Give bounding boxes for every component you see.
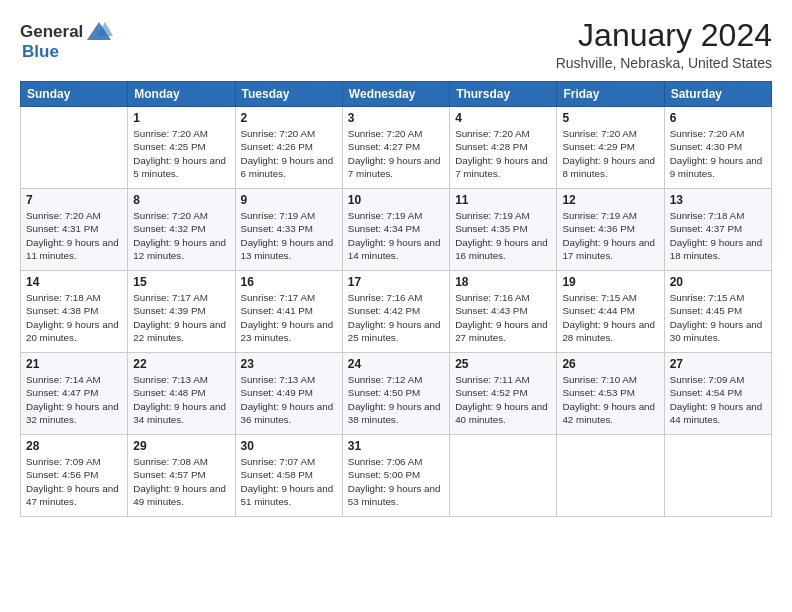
table-row: 31Sunrise: 7:06 AMSunset: 5:00 PMDayligh… — [342, 435, 449, 517]
day-info: Sunrise: 7:16 AMSunset: 4:42 PMDaylight:… — [348, 291, 444, 344]
table-row: 2Sunrise: 7:20 AMSunset: 4:26 PMDaylight… — [235, 107, 342, 189]
table-row: 26Sunrise: 7:10 AMSunset: 4:53 PMDayligh… — [557, 353, 664, 435]
day-info: Sunrise: 7:20 AMSunset: 4:29 PMDaylight:… — [562, 127, 658, 180]
table-row: 28Sunrise: 7:09 AMSunset: 4:56 PMDayligh… — [21, 435, 128, 517]
day-number: 5 — [562, 111, 658, 125]
day-number: 27 — [670, 357, 766, 371]
table-row: 14Sunrise: 7:18 AMSunset: 4:38 PMDayligh… — [21, 271, 128, 353]
day-info: Sunrise: 7:20 AMSunset: 4:31 PMDaylight:… — [26, 209, 122, 262]
day-info: Sunrise: 7:19 AMSunset: 4:36 PMDaylight:… — [562, 209, 658, 262]
day-number: 23 — [241, 357, 337, 371]
calendar-week-row: 7Sunrise: 7:20 AMSunset: 4:31 PMDaylight… — [21, 189, 772, 271]
day-info: Sunrise: 7:19 AMSunset: 4:33 PMDaylight:… — [241, 209, 337, 262]
table-row: 13Sunrise: 7:18 AMSunset: 4:37 PMDayligh… — [664, 189, 771, 271]
day-number: 20 — [670, 275, 766, 289]
table-row: 12Sunrise: 7:19 AMSunset: 4:36 PMDayligh… — [557, 189, 664, 271]
day-info: Sunrise: 7:15 AMSunset: 4:45 PMDaylight:… — [670, 291, 766, 344]
day-info: Sunrise: 7:19 AMSunset: 4:34 PMDaylight:… — [348, 209, 444, 262]
day-number: 1 — [133, 111, 229, 125]
header-sunday: Sunday — [21, 82, 128, 107]
day-number: 3 — [348, 111, 444, 125]
day-number: 15 — [133, 275, 229, 289]
day-number: 29 — [133, 439, 229, 453]
day-info: Sunrise: 7:13 AMSunset: 4:49 PMDaylight:… — [241, 373, 337, 426]
table-row: 4Sunrise: 7:20 AMSunset: 4:28 PMDaylight… — [450, 107, 557, 189]
day-info: Sunrise: 7:18 AMSunset: 4:37 PMDaylight:… — [670, 209, 766, 262]
table-row: 27Sunrise: 7:09 AMSunset: 4:54 PMDayligh… — [664, 353, 771, 435]
table-row: 5Sunrise: 7:20 AMSunset: 4:29 PMDaylight… — [557, 107, 664, 189]
table-row: 17Sunrise: 7:16 AMSunset: 4:42 PMDayligh… — [342, 271, 449, 353]
table-row: 3Sunrise: 7:20 AMSunset: 4:27 PMDaylight… — [342, 107, 449, 189]
day-info: Sunrise: 7:10 AMSunset: 4:53 PMDaylight:… — [562, 373, 658, 426]
day-info: Sunrise: 7:08 AMSunset: 4:57 PMDaylight:… — [133, 455, 229, 508]
table-row: 22Sunrise: 7:13 AMSunset: 4:48 PMDayligh… — [128, 353, 235, 435]
calendar-page: General Blue January 2024 Rushville, Neb… — [0, 0, 792, 612]
table-row: 24Sunrise: 7:12 AMSunset: 4:50 PMDayligh… — [342, 353, 449, 435]
title-area: January 2024 Rushville, Nebraska, United… — [556, 18, 772, 71]
day-number: 2 — [241, 111, 337, 125]
table-row: 21Sunrise: 7:14 AMSunset: 4:47 PMDayligh… — [21, 353, 128, 435]
day-number: 18 — [455, 275, 551, 289]
day-info: Sunrise: 7:14 AMSunset: 4:47 PMDaylight:… — [26, 373, 122, 426]
day-info: Sunrise: 7:06 AMSunset: 5:00 PMDaylight:… — [348, 455, 444, 508]
day-number: 11 — [455, 193, 551, 207]
logo: General Blue — [20, 18, 113, 62]
table-row: 23Sunrise: 7:13 AMSunset: 4:49 PMDayligh… — [235, 353, 342, 435]
calendar-week-row: 14Sunrise: 7:18 AMSunset: 4:38 PMDayligh… — [21, 271, 772, 353]
header-thursday: Thursday — [450, 82, 557, 107]
day-info: Sunrise: 7:17 AMSunset: 4:39 PMDaylight:… — [133, 291, 229, 344]
calendar-week-row: 21Sunrise: 7:14 AMSunset: 4:47 PMDayligh… — [21, 353, 772, 435]
table-row: 20Sunrise: 7:15 AMSunset: 4:45 PMDayligh… — [664, 271, 771, 353]
header-friday: Friday — [557, 82, 664, 107]
table-row — [21, 107, 128, 189]
day-info: Sunrise: 7:20 AMSunset: 4:25 PMDaylight:… — [133, 127, 229, 180]
day-number: 10 — [348, 193, 444, 207]
day-info: Sunrise: 7:09 AMSunset: 4:56 PMDaylight:… — [26, 455, 122, 508]
day-number: 30 — [241, 439, 337, 453]
calendar-week-row: 28Sunrise: 7:09 AMSunset: 4:56 PMDayligh… — [21, 435, 772, 517]
calendar-table: Sunday Monday Tuesday Wednesday Thursday… — [20, 81, 772, 517]
header-saturday: Saturday — [664, 82, 771, 107]
day-info: Sunrise: 7:15 AMSunset: 4:44 PMDaylight:… — [562, 291, 658, 344]
header: General Blue January 2024 Rushville, Neb… — [20, 18, 772, 71]
day-info: Sunrise: 7:09 AMSunset: 4:54 PMDaylight:… — [670, 373, 766, 426]
day-info: Sunrise: 7:17 AMSunset: 4:41 PMDaylight:… — [241, 291, 337, 344]
table-row: 11Sunrise: 7:19 AMSunset: 4:35 PMDayligh… — [450, 189, 557, 271]
day-number: 26 — [562, 357, 658, 371]
day-info: Sunrise: 7:11 AMSunset: 4:52 PMDaylight:… — [455, 373, 551, 426]
day-info: Sunrise: 7:20 AMSunset: 4:32 PMDaylight:… — [133, 209, 229, 262]
table-row — [557, 435, 664, 517]
logo-general-text: General — [20, 22, 83, 42]
table-row: 19Sunrise: 7:15 AMSunset: 4:44 PMDayligh… — [557, 271, 664, 353]
table-row — [664, 435, 771, 517]
day-number: 25 — [455, 357, 551, 371]
table-row: 6Sunrise: 7:20 AMSunset: 4:30 PMDaylight… — [664, 107, 771, 189]
day-info: Sunrise: 7:20 AMSunset: 4:28 PMDaylight:… — [455, 127, 551, 180]
header-wednesday: Wednesday — [342, 82, 449, 107]
day-info: Sunrise: 7:20 AMSunset: 4:30 PMDaylight:… — [670, 127, 766, 180]
table-row: 16Sunrise: 7:17 AMSunset: 4:41 PMDayligh… — [235, 271, 342, 353]
day-number: 9 — [241, 193, 337, 207]
day-number: 28 — [26, 439, 122, 453]
table-row: 7Sunrise: 7:20 AMSunset: 4:31 PMDaylight… — [21, 189, 128, 271]
day-number: 12 — [562, 193, 658, 207]
day-number: 24 — [348, 357, 444, 371]
day-info: Sunrise: 7:20 AMSunset: 4:27 PMDaylight:… — [348, 127, 444, 180]
table-row: 9Sunrise: 7:19 AMSunset: 4:33 PMDaylight… — [235, 189, 342, 271]
calendar-week-row: 1Sunrise: 7:20 AMSunset: 4:25 PMDaylight… — [21, 107, 772, 189]
location: Rushville, Nebraska, United States — [556, 55, 772, 71]
day-info: Sunrise: 7:18 AMSunset: 4:38 PMDaylight:… — [26, 291, 122, 344]
day-info: Sunrise: 7:07 AMSunset: 4:58 PMDaylight:… — [241, 455, 337, 508]
day-number: 4 — [455, 111, 551, 125]
day-info: Sunrise: 7:19 AMSunset: 4:35 PMDaylight:… — [455, 209, 551, 262]
table-row: 15Sunrise: 7:17 AMSunset: 4:39 PMDayligh… — [128, 271, 235, 353]
day-info: Sunrise: 7:16 AMSunset: 4:43 PMDaylight:… — [455, 291, 551, 344]
table-row: 18Sunrise: 7:16 AMSunset: 4:43 PMDayligh… — [450, 271, 557, 353]
day-number: 22 — [133, 357, 229, 371]
day-number: 31 — [348, 439, 444, 453]
day-number: 6 — [670, 111, 766, 125]
table-row: 25Sunrise: 7:11 AMSunset: 4:52 PMDayligh… — [450, 353, 557, 435]
day-info: Sunrise: 7:12 AMSunset: 4:50 PMDaylight:… — [348, 373, 444, 426]
logo-blue-text: Blue — [22, 42, 59, 62]
table-row — [450, 435, 557, 517]
